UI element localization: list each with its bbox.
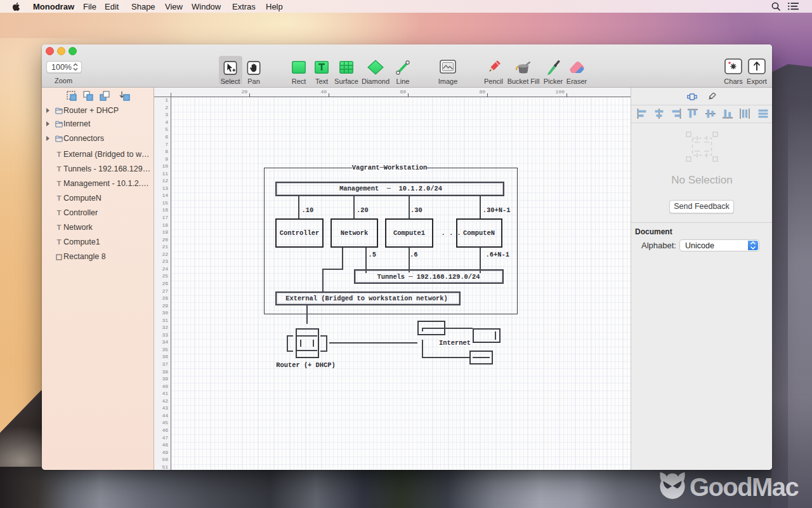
svg-text:GoodMac: GoodMac bbox=[690, 473, 799, 501]
